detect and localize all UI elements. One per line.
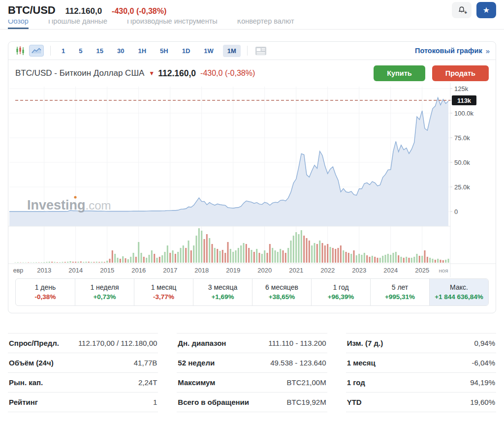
page-header: BTC/USD 112.160,0 -430,0 (-0,38%) + ★ Об… bbox=[0, 0, 504, 30]
perf-cell-4: 6 месяцев+38,65% bbox=[252, 279, 311, 305]
chart-change: -430,0 (-0,38%) bbox=[200, 69, 255, 78]
stat-label: Спрос/Предл. bbox=[9, 339, 59, 347]
nav-tab-0[interactable]: Обзор bbox=[8, 20, 29, 29]
stat-value: BTC21,00M bbox=[287, 378, 326, 387]
nav-tab-3[interactable]: Конвертер валют bbox=[237, 20, 294, 29]
stat-label: Рейтинг bbox=[9, 398, 38, 406]
performance-strip: 1 день-0,38%1 неделя+0,73%1 месяц-3,77%3… bbox=[15, 278, 489, 306]
stat-value: 19,60% bbox=[470, 398, 495, 406]
timeframe-5h[interactable]: 5H bbox=[156, 45, 173, 57]
perf-value: +1,69% bbox=[195, 293, 250, 301]
perf-cell-1: 1 неделя+0,73% bbox=[75, 279, 134, 305]
timeframe-1m[interactable]: 1M bbox=[223, 45, 241, 57]
streaming-chart-label: Потоковый график bbox=[415, 47, 482, 55]
header-change: -430,0 (-0,38%) bbox=[112, 7, 166, 16]
svg-text:ноя: ноя bbox=[439, 268, 448, 273]
perf-cell-2: 1 месяц-3,77% bbox=[134, 279, 193, 305]
perf-label: 1 день bbox=[18, 283, 73, 291]
sell-button[interactable]: Продать bbox=[432, 65, 489, 81]
toolbar-divider bbox=[247, 46, 248, 56]
header-price: 112.160,0 bbox=[65, 6, 102, 16]
timeframe-15[interactable]: 15 bbox=[92, 45, 107, 57]
area-chart-icon bbox=[31, 47, 42, 55]
svg-text:125k: 125k bbox=[454, 85, 469, 92]
chart-price: 112.160,0 bbox=[158, 68, 196, 79]
perf-value: +0,73% bbox=[77, 293, 132, 301]
chart-toolbar: 1515301H5H1D1W1M Потоковый график » bbox=[8, 42, 496, 60]
streaming-chart-link[interactable]: Потоковый график » bbox=[415, 47, 490, 55]
stat-label: Дн. диапазон bbox=[178, 339, 226, 347]
svg-text:75.0k: 75.0k bbox=[454, 134, 470, 142]
svg-text:113k: 113k bbox=[457, 97, 472, 104]
stats-section: Спрос/Предл.112.170,00 / 112.180,00Объём… bbox=[8, 333, 496, 412]
perf-label: 3 месяца bbox=[195, 283, 250, 291]
stat-label: 1 год bbox=[347, 378, 365, 387]
header-change-pct: (-0,38%) bbox=[136, 7, 166, 15]
timeframe-5[interactable]: 5 bbox=[74, 45, 87, 57]
svg-text:евр: евр bbox=[13, 267, 24, 274]
perf-label: 1 месяц bbox=[136, 283, 191, 291]
toolbar-divider bbox=[50, 46, 51, 56]
area-chart-button[interactable] bbox=[29, 45, 44, 57]
svg-text:2024: 2024 bbox=[383, 267, 398, 274]
svg-text:25.0k: 25.0k bbox=[454, 183, 470, 191]
stat-row: 1 год94,19% bbox=[346, 373, 496, 393]
stat-value: 2,24T bbox=[138, 378, 157, 387]
timeframe-1[interactable]: 1 bbox=[57, 45, 69, 57]
create-alert-button[interactable]: + bbox=[452, 2, 472, 18]
svg-text:2025: 2025 bbox=[415, 267, 429, 274]
stat-label: Максимум bbox=[178, 378, 215, 387]
svg-text:100.0k: 100.0k bbox=[454, 110, 474, 117]
stat-value: 111.110 - 113.200 bbox=[268, 339, 326, 347]
svg-text:2021: 2021 bbox=[289, 267, 303, 274]
stat-row: 52 недели49.538 - 123.640 bbox=[177, 353, 327, 373]
page-title: BTC/USD bbox=[8, 4, 55, 17]
chart-titlebar: BTC/USD - Биткоин Доллар США ▼ 112.160,0… bbox=[8, 60, 496, 83]
add-to-watchlist-button[interactable]: ★ bbox=[476, 2, 496, 18]
perf-label: 1 год bbox=[314, 283, 368, 291]
stat-row: Всего в обращенииBTC19,92M bbox=[177, 393, 327, 412]
star-icon: ★ bbox=[483, 5, 490, 15]
stat-label: Рын. кап. bbox=[9, 378, 43, 387]
perf-cell-6: 5 лет+995,31% bbox=[370, 279, 429, 305]
header-actions: + ★ bbox=[452, 2, 496, 18]
stat-row: Рейтинг1 bbox=[8, 393, 158, 412]
timeframe-30[interactable]: 30 bbox=[113, 45, 128, 57]
nav-tabs: ОбзорПрошлые данныеПроизводные инструмен… bbox=[0, 20, 504, 30]
timeframe-1h[interactable]: 1H bbox=[133, 45, 151, 57]
stat-row: Объём (24ч)41,77B bbox=[8, 353, 158, 373]
perf-value: -0,38% bbox=[18, 293, 73, 301]
svg-text:2015: 2015 bbox=[100, 267, 114, 274]
nav-tab-2[interactable]: Производные инструменты bbox=[127, 20, 218, 29]
news-panel-button[interactable] bbox=[254, 45, 268, 57]
svg-text:2020: 2020 bbox=[257, 267, 272, 274]
svg-text:2014: 2014 bbox=[68, 267, 83, 274]
header-change-value: -430,0 bbox=[112, 7, 134, 15]
perf-value: +995,31% bbox=[373, 293, 427, 301]
chevron-right-icon: » bbox=[486, 47, 490, 55]
timeframe-1d[interactable]: 1D bbox=[178, 45, 195, 57]
stat-label: YTD bbox=[347, 398, 362, 406]
perf-label: 5 лет bbox=[373, 283, 427, 291]
perf-cell-3: 3 месяца+1,69% bbox=[193, 279, 252, 305]
timeframe-group: 1515301H5H1D1W1M bbox=[57, 45, 241, 57]
svg-text:2013: 2013 bbox=[37, 267, 51, 274]
stat-row: YTD19,60% bbox=[346, 393, 496, 412]
svg-text:2017: 2017 bbox=[163, 267, 177, 274]
stats-col-2: Изм. (7 д.)0,94%1 месяц-6,04%1 год94,19%… bbox=[346, 333, 496, 412]
stat-row: МаксимумBTC21,00M bbox=[177, 373, 327, 393]
nav-tab-1[interactable]: Прошлые данные bbox=[48, 20, 107, 29]
instrument-header: BTC/USD 112.160,0 -430,0 (-0,38%) bbox=[8, 4, 496, 17]
perf-label: Макс. bbox=[432, 283, 486, 291]
stat-row: Дн. диапазон111.110 - 113.200 bbox=[177, 333, 327, 353]
chart-title: BTC/USD - Биткоин Доллар США bbox=[15, 68, 144, 78]
svg-text:2019: 2019 bbox=[226, 267, 240, 274]
buy-button[interactable]: Купить bbox=[374, 65, 425, 81]
perf-label: 6 месяцев bbox=[254, 283, 309, 291]
price-volume-chart[interactable]: 125k113k100.0k75.0k50.0k25.0k0евр2013201… bbox=[8, 83, 496, 277]
timeframe-1w[interactable]: 1W bbox=[199, 45, 218, 57]
stat-value: 49.538 - 123.640 bbox=[270, 359, 326, 367]
stats-col-0: Спрос/Предл.112.170,00 / 112.180,00Объём… bbox=[8, 333, 158, 412]
stat-value: BTC19,92M bbox=[287, 398, 326, 406]
candlestick-chart-button[interactable] bbox=[14, 45, 26, 57]
